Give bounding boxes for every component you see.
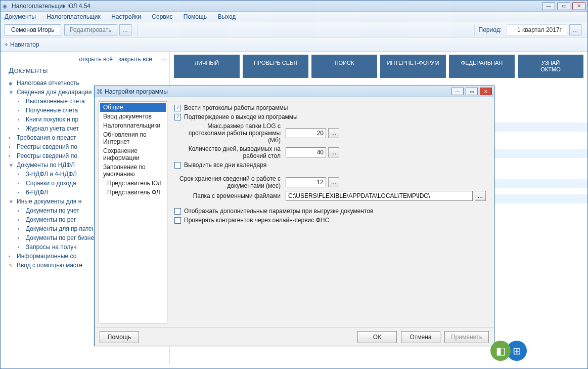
menu-service[interactable]: Сервис bbox=[152, 13, 172, 20]
tree-requirements[interactable]: Требования о предст bbox=[17, 134, 76, 141]
settings-panel: ✓ Вести протоколы работы программы ✓ Под… bbox=[167, 101, 490, 323]
bullet-icon: • bbox=[18, 244, 24, 250]
retention-more-button[interactable]: ... bbox=[328, 177, 339, 187]
checkbox-protocols[interactable]: ✓ bbox=[174, 105, 181, 111]
tree-income-cert[interactable]: Справки о дохода bbox=[26, 180, 76, 187]
nav-rep-fl[interactable]: Представитель ФЛ bbox=[100, 188, 166, 197]
expand-icon[interactable]: ▼ bbox=[9, 199, 15, 204]
tree-registers-2[interactable]: Реестры сведений по bbox=[17, 152, 77, 159]
tab-federal[interactable]: ФЕДЕРАЛЬНАЯ bbox=[449, 55, 515, 78]
android-icon[interactable]: ◧ bbox=[490, 341, 511, 361]
dialog-close-button[interactable]: ✕ bbox=[480, 88, 492, 95]
dialog-title: Настройки программы bbox=[105, 88, 451, 95]
nav-general[interactable]: Общие bbox=[100, 103, 166, 112]
menu-exit[interactable]: Выход bbox=[217, 13, 236, 20]
nav-payers[interactable]: Налогоплательщики bbox=[100, 121, 166, 130]
tree-purchase-books[interactable]: Книги покупок и пр bbox=[26, 116, 78, 123]
close-button[interactable]: ✕ bbox=[572, 2, 585, 10]
nav-input[interactable]: Ввод документов bbox=[100, 112, 166, 121]
log-size-more-button[interactable]: ... bbox=[328, 128, 339, 138]
cancel-button[interactable]: Отмена bbox=[401, 331, 440, 343]
input-log-size[interactable] bbox=[286, 128, 326, 138]
dialog-minimize-button[interactable]: — bbox=[451, 88, 464, 95]
menu-settings[interactable]: Настройки bbox=[111, 13, 141, 20]
wand-icon: ✎ bbox=[9, 263, 15, 268]
bullet-icon: • bbox=[18, 190, 24, 195]
tab-check-yourself[interactable]: ПРОВЕРЬ СЕБЯ bbox=[243, 55, 308, 78]
dialog-footer: Помощь ОК Отмена Применить bbox=[95, 327, 494, 346]
minimize-button[interactable]: — bbox=[542, 2, 555, 10]
maximize-button[interactable]: ▭ bbox=[557, 2, 570, 10]
label-fns-check: Проверять контрагентов через онлайн-серв… bbox=[184, 217, 329, 224]
navigator-label[interactable]: Навигатор bbox=[10, 41, 39, 48]
input-days[interactable] bbox=[286, 147, 326, 157]
tab-personal[interactable]: ЛИЧНЫЙ bbox=[174, 55, 240, 78]
bullet-icon: • bbox=[18, 226, 24, 232]
input-temp-folder[interactable] bbox=[286, 191, 473, 201]
chevron-up-icon[interactable]: ︿ bbox=[162, 55, 167, 62]
user-more-button[interactable]: ... bbox=[119, 24, 131, 35]
nav-defaults[interactable]: Заполнение по умолчанию bbox=[100, 162, 166, 179]
tab-search[interactable]: ПОИСК bbox=[311, 55, 377, 78]
navigator-row: ⌖ Навигатор bbox=[1, 37, 587, 52]
checkbox-all-days[interactable] bbox=[174, 162, 181, 169]
tree-6-ndfl[interactable]: 6-НДФЛ bbox=[26, 189, 48, 196]
checkbox-extra-params[interactable] bbox=[174, 208, 181, 215]
menu-help[interactable]: Помощь bbox=[184, 13, 207, 20]
label-log-size: Макс.размер папки LOG с протоколами рабо… bbox=[174, 122, 286, 144]
checkbox-fns-check[interactable] bbox=[174, 217, 181, 224]
help-button[interactable]: Помощь bbox=[100, 331, 139, 343]
tree-invoice-journal[interactable]: Журнал учета счет bbox=[26, 125, 79, 132]
tree-issued-invoices[interactable]: Выставленные счета bbox=[26, 98, 85, 105]
sidebar-title: Документы bbox=[9, 66, 164, 74]
nav-rep-ul[interactable]: Представитель ЮЛ bbox=[100, 179, 166, 188]
edit-button[interactable]: Редактировать bbox=[64, 24, 117, 35]
tree-wizard-input[interactable]: Ввод с помощью масте bbox=[17, 262, 82, 269]
nav-save[interactable]: Сохранение информации bbox=[100, 146, 166, 162]
period-more-button[interactable]: ... bbox=[569, 24, 581, 35]
toolbar: Семенов Игорь Редактировать ... Период: … bbox=[1, 22, 587, 37]
label-days: Количество дней, выводимых на рабочий ст… bbox=[174, 145, 286, 159]
tree-other-docs[interactable]: Иные документы для н bbox=[17, 198, 81, 205]
expand-icon[interactable]: ▼ bbox=[9, 162, 15, 168]
label-protocols: Вести протоколы работы программы bbox=[184, 104, 288, 111]
tab-forum[interactable]: ИНТЕРНЕТ-ФОРУМ bbox=[380, 55, 446, 78]
label-all-days: Выводить все дни календаря bbox=[184, 161, 266, 169]
nav-updates[interactable]: Обновления по Интернет bbox=[100, 130, 166, 146]
period-value[interactable]: 1 квартал 2017г bbox=[507, 24, 567, 35]
titlebar: ◈ Налогоплательщик ЮЛ 4.54 — ▭ ✕ bbox=[1, 1, 587, 12]
tree-ndfl-docs[interactable]: Документы по НДФЛ bbox=[17, 161, 75, 169]
tree-info-msgs[interactable]: Информационные со bbox=[17, 253, 76, 260]
tree-reg-docs-1[interactable]: Документы по рег bbox=[26, 216, 76, 223]
tree-tax-reports[interactable]: Налоговая отчетность bbox=[17, 79, 79, 87]
menu-documents[interactable]: Документы bbox=[5, 13, 36, 20]
bullet-icon: • bbox=[18, 117, 24, 122]
tree-received-invoices[interactable]: Полученные счета bbox=[26, 107, 78, 114]
user-chip[interactable]: Семенов Игорь bbox=[5, 24, 61, 35]
days-more-button[interactable]: ... bbox=[328, 147, 339, 157]
temp-folder-browse-button[interactable]: ... bbox=[475, 191, 486, 201]
expand-icon[interactable]: ▼ bbox=[9, 90, 15, 95]
tree-3-4-ndfl[interactable]: 3-НДФЛ и 4-НДФЛ bbox=[26, 171, 77, 178]
apply-button[interactable]: Применить bbox=[444, 331, 489, 343]
tree-requests[interactable]: Запросы на получ bbox=[26, 243, 77, 251]
ok-button[interactable]: ОК bbox=[357, 331, 397, 343]
checkbox-confirm-exit[interactable]: ✓ bbox=[174, 114, 181, 120]
tree-accounting-docs[interactable]: Документы по учет bbox=[26, 207, 79, 214]
open-all-link[interactable]: открыть всё bbox=[79, 56, 112, 63]
bullet-icon: • bbox=[18, 108, 24, 113]
tree-business-reg-docs[interactable]: Документы по рег бизнеса bbox=[26, 234, 101, 241]
tree-declaration-info[interactable]: Сведения для декларации bbox=[17, 89, 92, 96]
navigator-icon: ⌖ bbox=[5, 41, 8, 48]
close-all-link[interactable]: закрыть всё bbox=[118, 56, 152, 63]
dialog-maximize-button[interactable]: ▭ bbox=[466, 88, 478, 95]
app-icon: ◈ bbox=[3, 3, 10, 10]
bullet-icon: • bbox=[9, 153, 15, 159]
menu-taxpayer[interactable]: Налогоплательщик bbox=[47, 13, 101, 20]
tab-oktmo[interactable]: УЗНАЙОКТМО bbox=[518, 55, 583, 78]
input-retention[interactable] bbox=[286, 177, 326, 187]
tree-registers-1[interactable]: Реестры сведений по bbox=[17, 143, 77, 150]
bullet-icon: • bbox=[18, 181, 24, 186]
settings-dialog: ⌘ Настройки программы — ▭ ✕ Общие Ввод д… bbox=[94, 86, 494, 346]
dialog-titlebar: ⌘ Настройки программы — ▭ ✕ bbox=[95, 86, 494, 97]
